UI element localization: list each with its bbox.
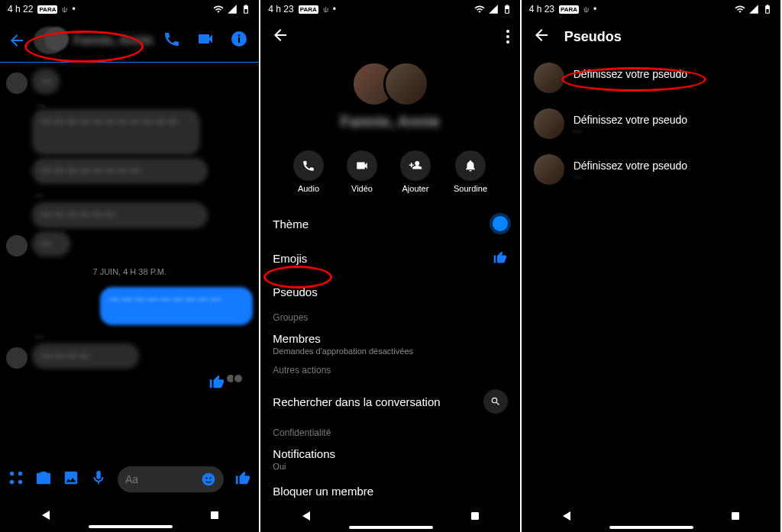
setting-sublabel: Oui xyxy=(273,462,335,471)
section-privacy-label: Confidentialité xyxy=(260,423,519,443)
message-avatar[interactable] xyxy=(6,347,27,369)
nickname-row[interactable]: Définissez votre pseudo — xyxy=(522,55,780,101)
arrow-back-icon xyxy=(532,26,551,44)
incoming-bubble[interactable]: — — — — — — — — xyxy=(32,158,208,184)
camera-icon xyxy=(35,469,52,486)
add-action[interactable]: Ajouter xyxy=(400,150,431,193)
video-action[interactable]: Vidéo xyxy=(347,150,377,193)
settings-header xyxy=(260,18,519,55)
incoming-bubble[interactable]: — — — — — — — — — — — xyxy=(32,109,200,155)
nav-recents[interactable] xyxy=(211,511,218,519)
group-avatar[interactable] xyxy=(260,61,519,107)
sender-name: — xyxy=(35,331,139,340)
audio-action[interactable]: Audio xyxy=(293,150,324,193)
nav-back[interactable] xyxy=(42,511,50,520)
voice-button[interactable] xyxy=(90,469,107,489)
nav-home[interactable] xyxy=(349,526,433,529)
nickname-action-label: Définissez votre pseudo xyxy=(574,114,687,126)
setting-nicknames[interactable]: Pseudos xyxy=(260,276,519,308)
camera-button[interactable] xyxy=(35,469,52,489)
nickname-action-label: Définissez votre pseudo xyxy=(574,160,687,172)
message-row: — — — — — — — — — xyxy=(6,287,253,325)
overflow-menu-button[interactable] xyxy=(506,30,509,44)
message-avatar[interactable] xyxy=(6,235,27,256)
arrow-back-icon xyxy=(271,26,289,44)
action-label: Audio xyxy=(298,184,319,193)
incoming-bubble[interactable]: — xyxy=(32,69,60,94)
member-avatar xyxy=(534,154,564,185)
svg-point-7 xyxy=(202,473,215,486)
back-button[interactable] xyxy=(532,26,551,48)
mic-icon xyxy=(90,469,107,486)
panel-settings: 4 h 23 PARA ⍦ • Fannie, Annie Audio Vidé… xyxy=(260,0,521,532)
incoming-bubble[interactable]: — xyxy=(32,231,70,256)
grid-icon xyxy=(8,469,24,486)
thumbs-up-icon xyxy=(234,469,251,486)
nickname-row[interactable]: Définissez votre pseudo — xyxy=(522,101,780,147)
section-other-label: Autres actions xyxy=(260,360,519,380)
svg-point-6 xyxy=(18,480,23,485)
setting-label: Emojis xyxy=(273,252,307,265)
svg-point-8 xyxy=(206,477,208,479)
nav-home[interactable] xyxy=(609,526,693,529)
battery-icon xyxy=(762,4,773,15)
date-separator: 7 JUIN, 4 H 38 P.M. xyxy=(6,267,253,276)
input-bar: Aa xyxy=(0,461,259,498)
section-groups-label: Groupes xyxy=(260,308,519,327)
message-row: — — — — — — — — xyxy=(6,190,253,256)
gallery-button[interactable] xyxy=(63,469,79,489)
chat-title[interactable]: Fannie, Annie xyxy=(73,34,155,47)
message-avatar[interactable] xyxy=(6,73,27,94)
status-bar: 4 h 22 PARA ⍦ • xyxy=(0,0,259,18)
setting-theme[interactable]: Thème xyxy=(260,207,519,240)
nav-home[interactable] xyxy=(89,525,173,528)
status-time: 4 h 23 xyxy=(529,4,554,15)
audio-call-button[interactable] xyxy=(163,30,181,51)
back-button[interactable] xyxy=(8,31,26,50)
wifi-icon xyxy=(474,4,485,15)
action-label: Vidéo xyxy=(351,184,373,193)
setting-members[interactable]: Membres Demandes d'approbation désactivé… xyxy=(260,327,519,360)
video-call-button[interactable] xyxy=(196,30,215,51)
phone-icon xyxy=(163,30,181,48)
emoji-icon[interactable] xyxy=(201,472,216,487)
setting-label: Bloquer un membre xyxy=(273,485,373,498)
apps-button[interactable] xyxy=(8,469,24,489)
chat-hero: Fannie, Annie xyxy=(260,55,519,144)
arrow-back-icon xyxy=(8,31,26,50)
setting-search[interactable]: Rechercher dans la conversation xyxy=(260,380,519,423)
chat-avatar[interactable] xyxy=(34,27,66,54)
nav-back[interactable] xyxy=(563,511,570,521)
info-button[interactable] xyxy=(230,30,248,51)
status-badge: PARA xyxy=(299,5,318,14)
incoming-bubble[interactable]: — — — — xyxy=(32,343,139,369)
svg-rect-1 xyxy=(238,37,240,43)
theme-dot-icon xyxy=(493,216,508,231)
nickname-row[interactable]: Définissez votre pseudo — xyxy=(522,147,780,192)
incoming-bubble[interactable]: — — — — — — xyxy=(32,202,208,228)
nav-recents[interactable] xyxy=(732,512,739,520)
back-button[interactable] xyxy=(271,26,289,47)
search-icon xyxy=(490,396,501,407)
status-icon: ⍦ xyxy=(323,4,328,15)
status-dot: • xyxy=(333,4,336,15)
mute-action[interactable]: Sourdine xyxy=(454,150,487,193)
setting-label: Thème xyxy=(273,218,309,231)
nav-recents[interactable] xyxy=(471,512,479,520)
message-row: — — — — — — — — — — — — — — — — — — — xyxy=(6,109,253,184)
image-icon xyxy=(63,469,79,486)
member-avatar xyxy=(534,108,564,139)
status-bar: 4 h 23 PARA ⍦ • xyxy=(522,0,780,18)
nickname-action-label: Définissez votre pseudo xyxy=(574,68,687,80)
setting-emojis[interactable]: Emojis xyxy=(260,240,519,276)
nav-back[interactable] xyxy=(302,511,310,521)
thumbs-up-icon[interactable] xyxy=(208,373,225,390)
like-button[interactable] xyxy=(234,469,251,489)
setting-notifications[interactable]: Notifications Oui xyxy=(260,443,519,476)
message-input[interactable]: Aa xyxy=(118,466,224,492)
video-icon xyxy=(355,159,369,172)
sender-name: — xyxy=(37,100,253,109)
outgoing-bubble[interactable]: — — — — — — — — — xyxy=(100,287,253,325)
nav-bar xyxy=(260,498,519,532)
chat-header: Fannie, Annie xyxy=(0,18,259,63)
